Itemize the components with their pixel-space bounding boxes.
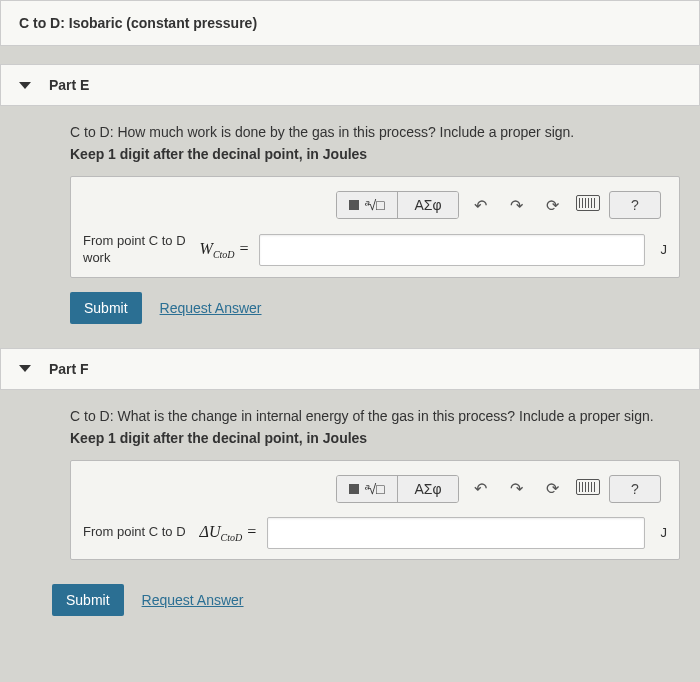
greek-label: ΑΣφ [414,481,441,497]
undo-button[interactable]: ↶ [465,196,495,215]
part-e-variable: WCtoD = [200,240,250,260]
undo-button[interactable]: ↶ [465,479,495,498]
root-icon: ᵃ√□ [363,481,384,497]
reset-button[interactable]: ⟳ [537,196,567,215]
toolbar-templates-group: ᵃ√□ ΑΣφ [336,191,459,219]
part-e-input[interactable] [259,234,644,266]
keyboard-icon [576,479,600,495]
greek-button[interactable]: ΑΣφ [398,192,458,218]
part-f-content: C to D: What is the change in internal e… [70,408,680,560]
label-line1: From point C to D [83,233,186,250]
equation-toolbar: ᵃ√□ ΑΣφ ↶ ↷ ⟳ ? [83,187,667,223]
var-sub: CtoD [221,532,243,543]
square-icon [349,200,359,210]
section-header: C to D: Isobaric (constant pressure) [0,0,700,46]
part-e-content: C to D: How much work is done by the gas… [70,124,680,324]
keyboard-icon [576,195,600,211]
part-e-answer-box: ᵃ√□ ΑΣφ ↶ ↷ ⟳ ? From point C to D work W… [70,176,680,278]
submit-button[interactable]: Submit [52,584,124,616]
part-f-input-label: From point C to D [83,524,190,541]
caret-down-icon [19,82,31,89]
keyboard-button[interactable] [573,195,603,215]
toolbar-templates-group: ᵃ√□ ΑΣφ [336,475,459,503]
part-e-input-label: From point C to D work [83,233,190,267]
var-main: ΔU [200,523,221,540]
label-line2: work [83,250,186,267]
equals: = [239,240,250,257]
part-e-label: Part E [49,77,89,93]
greek-button[interactable]: ΑΣφ [398,476,458,502]
part-e-unit: J [655,242,668,257]
greek-label: ΑΣφ [414,197,441,213]
redo-button[interactable]: ↷ [501,196,531,215]
part-e-header[interactable]: Part E [0,64,700,106]
reset-button[interactable]: ⟳ [537,479,567,498]
help-button[interactable]: ? [609,475,661,503]
templates-button[interactable]: ᵃ√□ [337,192,398,218]
root-icon: ᵃ√□ [363,197,384,213]
var-main: W [200,240,213,257]
part-f-header[interactable]: Part F [0,348,700,390]
part-f-variable: ΔUCtoD = [200,523,257,543]
part-f-prompt: C to D: What is the change in internal e… [70,408,680,424]
section-title: C to D: Isobaric (constant pressure) [19,15,257,31]
part-e-instruction: Keep 1 digit after the decinal point, in… [70,146,680,162]
equation-toolbar: ᵃ√□ ΑΣφ ↶ ↷ ⟳ ? [83,471,667,507]
request-answer-link[interactable]: Request Answer [160,300,262,316]
request-answer-link[interactable]: Request Answer [142,592,244,608]
keyboard-button[interactable] [573,479,603,499]
part-f-input-row: From point C to D ΔUCtoD = J [83,517,667,549]
part-f-answer-box: ᵃ√□ ΑΣφ ↶ ↷ ⟳ ? From point C to D ΔUCtoD… [70,460,680,560]
part-f-input[interactable] [267,517,644,549]
caret-down-icon [19,365,31,372]
equals: = [246,523,257,540]
templates-button[interactable]: ᵃ√□ [337,476,398,502]
help-button[interactable]: ? [609,191,661,219]
part-f-label: Part F [49,361,89,377]
submit-button[interactable]: Submit [70,292,142,324]
part-e-actions: Submit Request Answer [70,292,680,324]
part-f-unit: J [655,525,668,540]
part-e-prompt: C to D: How much work is done by the gas… [70,124,680,140]
redo-button[interactable]: ↷ [501,479,531,498]
part-f-instruction: Keep 1 digit after the decinal point, in… [70,430,680,446]
var-sub: CtoD [213,249,235,260]
square-icon [349,484,359,494]
part-f-actions: Submit Request Answer [52,584,700,616]
part-e-input-row: From point C to D work WCtoD = J [83,233,667,267]
